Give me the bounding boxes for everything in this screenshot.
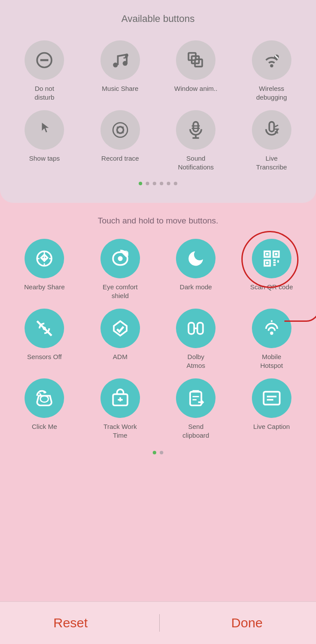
btn-send-clipboard[interactable]: Sendclipboard	[176, 378, 215, 439]
bottom-pagination	[153, 451, 163, 454]
dolby-atmos-icon	[176, 309, 215, 348]
dot-3	[153, 182, 156, 185]
svg-rect-50	[263, 392, 280, 404]
dark-mode-icon	[176, 239, 215, 278]
btn-music-share[interactable]: Music Share	[101, 40, 140, 101]
btn-mobile-hotspot[interactable]: MobileHotspot	[252, 309, 291, 370]
music-share-icon	[101, 40, 140, 80]
dot-2	[146, 182, 149, 185]
svg-point-13	[113, 123, 127, 137]
svg-point-37	[43, 327, 46, 330]
footer: Reset Done	[0, 601, 316, 644]
btn-dolby-atmos[interactable]: DolbyAtmos	[176, 309, 215, 370]
scan-qr-label: Scan QR code	[250, 283, 293, 291]
dot-4	[160, 182, 163, 185]
svg-rect-39	[198, 323, 203, 334]
btn-nearby-share[interactable]: Nearby Share	[24, 239, 65, 300]
adm-icon	[101, 309, 140, 348]
btn-live-caption[interactable]: Live Caption	[252, 378, 291, 439]
svg-point-41	[270, 331, 273, 335]
live-caption-label: Live Caption	[253, 422, 290, 431]
bottom-dot-2	[160, 451, 163, 454]
btn-eye-comfort[interactable]: Eye comfortshield	[101, 239, 140, 300]
live-caption-icon	[252, 378, 291, 418]
bottom-section: Touch and hold to move buttons. Nearby S…	[0, 203, 316, 601]
send-clipboard-label: Sendclipboard	[183, 422, 209, 439]
sound-notifications-label: SoundNotifications	[178, 154, 214, 171]
sensors-off-icon	[25, 309, 64, 348]
dark-mode-label: Dark mode	[180, 283, 212, 291]
mobile-hotspot-label: MobileHotspot	[260, 353, 283, 370]
window-anim-icon	[176, 40, 215, 80]
record-trace-icon	[101, 110, 140, 150]
btn-click-me[interactable]: Click Me	[25, 378, 64, 439]
top-section: Available buttons Do notdisturb Music Sh…	[0, 0, 316, 203]
svg-point-42	[40, 396, 48, 403]
eye-comfort-label: Eye comfortshield	[103, 283, 138, 300]
nearby-share-label: Nearby Share	[24, 283, 65, 291]
svg-point-9	[270, 64, 273, 67]
available-buttons-grid: Do notdisturb Music Share Window anim.. …	[9, 40, 307, 171]
adm-label: ADM	[113, 353, 127, 361]
track-work-label: Track WorkTime	[104, 422, 137, 439]
btn-dark-mode[interactable]: Dark mode	[176, 239, 215, 300]
bottom-dot-1	[153, 451, 156, 454]
do-not-disturb-icon	[25, 40, 64, 80]
wireless-debug-icon	[252, 40, 291, 80]
svg-point-21	[118, 256, 122, 261]
dot-5	[167, 182, 170, 185]
dot-6	[174, 182, 177, 185]
scan-qr-icon	[252, 239, 291, 278]
show-taps-label: Show taps	[29, 154, 60, 163]
btn-window-anim[interactable]: Window anim..	[174, 40, 217, 101]
live-transcribe-label: LiveTranscribe	[256, 154, 287, 171]
click-me-icon	[25, 378, 64, 418]
top-pagination	[139, 182, 177, 185]
mobile-hotspot-icon	[252, 309, 291, 348]
live-transcribe-icon	[252, 110, 291, 150]
eye-comfort-icon	[101, 239, 140, 278]
svg-rect-27	[266, 253, 269, 255]
active-buttons-row2: Sensors Off ADM DolbyAtmos MobileHotspot	[9, 309, 307, 370]
active-buttons-row1: Nearby Share Eye comfortshield Dark mode	[9, 239, 307, 300]
svg-rect-38	[189, 323, 194, 334]
btn-sensors-off[interactable]: Sensors Off	[25, 309, 64, 370]
music-share-label: Music Share	[102, 84, 138, 93]
done-button[interactable]: Done	[231, 615, 263, 630]
track-work-icon	[101, 378, 140, 418]
record-trace-label: Record trace	[101, 154, 139, 163]
sensors-off-label: Sensors Off	[27, 353, 62, 361]
active-buttons-row3: Click Me Track WorkTime Sendclipboard Li…	[9, 378, 307, 439]
dot-1	[139, 182, 142, 185]
btn-track-work[interactable]: Track WorkTime	[101, 378, 140, 439]
sound-notifications-icon	[176, 110, 215, 150]
footer-divider	[159, 614, 160, 632]
btn-wireless-debug[interactable]: Wirelessdebugging	[252, 40, 291, 101]
btn-live-transcribe[interactable]: LiveTranscribe	[252, 110, 291, 171]
do-not-disturb-label: Do notdisturb	[35, 84, 54, 101]
send-clipboard-icon	[176, 378, 215, 418]
reset-button[interactable]: Reset	[53, 615, 87, 630]
btn-sound-notifications[interactable]: SoundNotifications	[176, 110, 215, 171]
top-title: Available buttons	[121, 13, 194, 25]
svg-line-18	[275, 125, 278, 127]
nearby-share-icon	[25, 239, 64, 278]
btn-show-taps[interactable]: Show taps	[25, 110, 64, 171]
bottom-subtitle: Touch and hold to move buttons.	[98, 216, 219, 226]
wireless-debug-label: Wirelessdebugging	[256, 84, 287, 101]
btn-do-not-disturb[interactable]: Do notdisturb	[25, 40, 64, 101]
svg-rect-46	[190, 392, 201, 405]
show-taps-icon	[25, 110, 64, 150]
click-me-label: Click Me	[32, 422, 57, 431]
svg-point-3	[122, 61, 127, 66]
svg-rect-31	[266, 262, 269, 264]
btn-adm[interactable]: ADM	[101, 309, 140, 370]
svg-point-2	[113, 63, 118, 68]
btn-record-trace[interactable]: Record trace	[101, 110, 140, 171]
btn-scan-qr[interactable]: Scan QR code	[250, 239, 293, 300]
window-anim-label: Window anim..	[174, 84, 217, 93]
dolby-atmos-label: DolbyAtmos	[187, 353, 205, 370]
svg-rect-29	[275, 253, 277, 255]
